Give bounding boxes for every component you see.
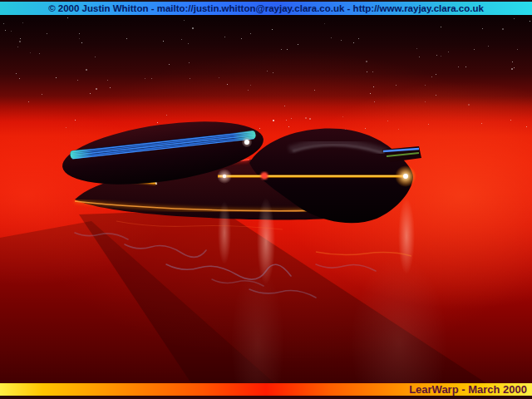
ship-illustration bbox=[0, 15, 532, 383]
credit-text: LearWarp - March 2000 bbox=[409, 383, 527, 396]
footer-bar: LearWarp - March 2000 bbox=[0, 383, 532, 396]
rendered-image: © 2000 Justin Whitton - mailto://justin.… bbox=[0, 0, 532, 399]
nose-glow-core bbox=[403, 174, 408, 179]
beam-red-dot bbox=[261, 172, 268, 180]
bottom-border bbox=[0, 396, 532, 399]
copyright-text: © 2000 Justin Whitton - mailto://justin.… bbox=[48, 3, 484, 13]
beam-white-core bbox=[223, 175, 226, 178]
header-bar: © 2000 Justin Whitton - mailto://justin.… bbox=[0, 2, 532, 15]
scene bbox=[0, 15, 532, 383]
white-sphere-light bbox=[242, 137, 253, 148]
